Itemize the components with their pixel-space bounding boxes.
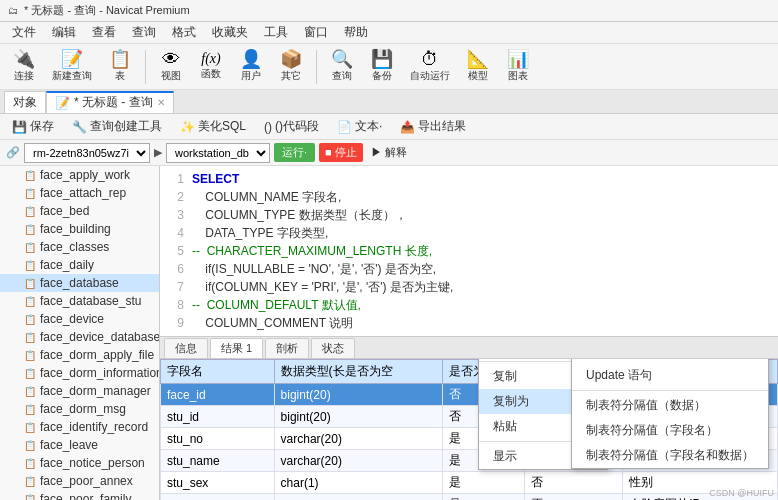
sidebar-item-face_poor_annex[interactable]: 📋face_poor_annex [0,472,159,490]
sidebar-item-face_daily[interactable]: 📋face_daily [0,256,159,274]
col-type: 数据类型(长是否为空 [274,360,442,384]
explain-button[interactable]: ▶ 解释 [367,143,411,162]
cell-type: varchar(20) [274,450,442,472]
sidebar-item-face_attach_rep[interactable]: 📋face_attach_rep [0,184,159,202]
sql-code-line: DATA_TYPE 字段类型, [192,224,328,242]
submenu-tsv-fields[interactable]: 制表符分隔值（字段名） [572,418,768,443]
toolbar-view[interactable]: 👁 视图 [153,48,189,85]
export-results-button[interactable]: 📤 导出结果 [394,116,472,137]
sidebar-item-face_poor_family[interactable]: 📋face_poor_family [0,490,159,500]
menu-format[interactable]: 格式 [164,22,204,43]
sidebar-item-label: face_daily [40,258,94,272]
menu-tools[interactable]: 工具 [256,22,296,43]
sidebar-item-label: face_database_stu [40,294,141,308]
sidebar-item-face_device_database[interactable]: 📋face_device_database [0,328,159,346]
result-tab-剖析[interactable]: 剖析 [265,338,309,358]
menu-query[interactable]: 查询 [124,22,164,43]
toolbar-backup-label: 备份 [372,69,392,83]
sql-line-5: 5-- CHARACTER_MAXIMUM_LENGTH 长度, [168,242,770,260]
sidebar-item-face_notice_person[interactable]: 📋face_notice_person [0,454,159,472]
sidebar-item-face_dorm_apply_file[interactable]: 📋face_dorm_apply_file [0,346,159,364]
stop-button[interactable]: ■ 停止 [319,143,363,162]
table-row[interactable]: stu_sex char(1) 是 否 性别 [161,472,778,494]
toolbar-new-query[interactable]: 📝 新建查询 [46,48,98,85]
code-snippet-button[interactable]: () ()代码段 [258,116,325,137]
query-builder-button[interactable]: 🔧 查询创建工具 [66,116,168,137]
sidebar-item-face_apply_work[interactable]: 📋face_apply_work [0,166,159,184]
menu-window[interactable]: 窗口 [296,22,336,43]
table-icon: 📋 [24,368,36,379]
toolbar-user[interactable]: 👤 用户 [233,48,269,85]
tab-close-icon[interactable]: ✕ [157,97,165,108]
table-row[interactable]: picture_id varchar(100) 是 否 人脸库图片ID [161,494,778,501]
sidebar-item-label: face_identify_record [40,420,148,434]
line-number: 8 [168,296,184,314]
text-button[interactable]: 📄 文本· [331,116,388,137]
sidebar-item-face_dorm_manager[interactable]: 📋face_dorm_manager [0,382,159,400]
sidebar-item-face_bed[interactable]: 📋face_bed [0,202,159,220]
toolbar-connect[interactable]: 🔌 连接 [6,48,42,85]
window-title: * 无标题 - 查询 - Navicat Premium [24,3,190,18]
model-icon: 📐 [467,50,489,68]
toolbar-backup[interactable]: 💾 备份 [364,48,400,85]
toolbar-table[interactable]: 📋 表 [102,48,138,85]
menu-help[interactable]: 帮助 [336,22,376,43]
sidebar-item-face_identify_record[interactable]: 📋face_identify_record [0,418,159,436]
sql-line-9: 9 COLUMN_COMMENT 说明 [168,314,770,332]
sidebar-item-face_database[interactable]: 📋face_database [0,274,159,292]
sidebar-item-face_dorm_msg[interactable]: 📋face_dorm_msg [0,400,159,418]
sql-editor[interactable]: 1SELECT2 COLUMN_NAME 字段名,3 COLUMN_TYPE 数… [160,166,778,337]
result-tab-信息[interactable]: 信息 [164,338,208,358]
sidebar-item-label: face_device [40,312,104,326]
beautify-sql-button[interactable]: ✨ 美化SQL [174,116,252,137]
submenu-tsv-both[interactable]: 制表符分隔值（字段名和数据） [572,443,768,468]
menu-edit[interactable]: 编辑 [44,22,84,43]
submenu-update[interactable]: Update 语句 [572,363,768,388]
sidebar-item-face_classes[interactable]: 📋face_classes [0,238,159,256]
sidebar-item-face_building[interactable]: 📋face_building [0,220,159,238]
query-tab-icon: 📝 [55,96,70,110]
sidebar-item-label: face_dorm_information [40,366,159,380]
toolbar-divider-1 [145,50,146,84]
toolbar-model[interactable]: 📐 模型 [460,48,496,85]
connection-select[interactable]: rm-2zetn83n05wz7i [24,143,150,163]
toolbar-other-label: 其它 [281,69,301,83]
sql-code-line: if(COLUMN_KEY = 'PRI', '是', '否') 是否为主键, [192,278,453,296]
table-icon: 📋 [24,206,36,217]
result-tab-状态[interactable]: 状态 [311,338,355,358]
menu-favorites[interactable]: 收藏夹 [204,22,256,43]
toolbar-chart[interactable]: 📊 图表 [500,48,536,85]
arrow-icon: ▶ [154,146,162,159]
sidebar-item-face_device[interactable]: 📋face_device [0,310,159,328]
sidebar-item-face_dorm_information[interactable]: 📋face_dorm_information [0,364,159,382]
toolbar-chart-label: 图表 [508,69,528,83]
sidebar-item-label: face_apply_work [40,168,130,182]
cell-type: varchar(100) [274,494,442,501]
cell-field: stu_name [161,450,275,472]
database-select[interactable]: workstation_db [166,143,270,163]
menu-view[interactable]: 查看 [84,22,124,43]
save-button[interactable]: 💾 保存 [6,116,60,137]
ctx-display[interactable]: 显示 ▶ Insert 语句 Update 语句 制表符分隔值（数据） 制表符分… [479,444,607,469]
export-label: 导出结果 [418,118,466,135]
run-button[interactable]: 运行· [274,143,315,162]
sidebar-item-face_leave[interactable]: 📋face_leave [0,436,159,454]
table-icon: 📋 [24,494,36,501]
result-tab-结果-1[interactable]: 结果 1 [210,338,263,358]
line-number: 5 [168,242,184,260]
sql-line-7: 7 if(COLUMN_KEY = 'PRI', '是', '否') 是否为主键… [168,278,770,296]
tab-objects[interactable]: 对象 [4,91,46,113]
toolbar-user-label: 用户 [241,69,261,83]
table-icon: 📋 [24,278,36,289]
toolbar-function[interactable]: f(x) 函数 [193,50,229,83]
toolbar-autorun[interactable]: ⏱ 自动运行 [404,48,456,85]
beautify-label: 美化SQL [198,118,246,135]
toolbar-other[interactable]: 📦 其它 [273,48,309,85]
toolbar-query[interactable]: 🔍 查询 [324,48,360,85]
submenu-tsv-data[interactable]: 制表符分隔值（数据） [572,393,768,418]
tab-query[interactable]: 📝 * 无标题 - 查询 ✕ [46,91,174,113]
cell-field: face_id [161,384,275,406]
menu-file[interactable]: 文件 [4,22,44,43]
sidebar-item-face_database_stu[interactable]: 📋face_database_stu [0,292,159,310]
sidebar-item-label: face_notice_person [40,456,145,470]
